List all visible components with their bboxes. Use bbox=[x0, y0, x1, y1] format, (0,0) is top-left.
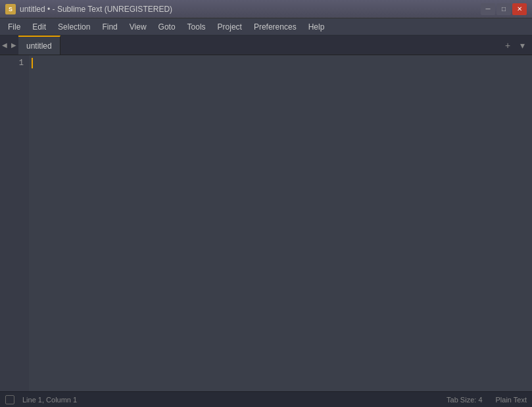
tab-label: untitled bbox=[26, 41, 52, 51]
tab-dropdown-button[interactable]: ▾ bbox=[516, 39, 528, 51]
status-tab-size[interactable]: Tab Size: 4 bbox=[447, 396, 482, 404]
tab-right-controls: + ▾ bbox=[502, 36, 532, 55]
editor-container: 1 bbox=[0, 55, 532, 391]
status-right: Tab Size: 4 Plain Text bbox=[447, 396, 527, 404]
title-bar: S untitled • - Sublime Text (UNREGISTERE… bbox=[0, 0, 532, 18]
cursor-line bbox=[32, 57, 532, 70]
maximize-button[interactable]: □ bbox=[496, 3, 511, 15]
tab-bar: ◀ ▶ untitled + ▾ bbox=[0, 36, 532, 55]
menu-find[interactable]: Find bbox=[97, 20, 122, 34]
status-icon bbox=[5, 395, 14, 404]
menu-file[interactable]: File bbox=[3, 20, 26, 34]
menu-help[interactable]: Help bbox=[303, 20, 330, 34]
close-button[interactable]: ✕ bbox=[512, 3, 527, 15]
minimize-button[interactable]: ─ bbox=[481, 3, 495, 15]
menu-bar: File Edit Selection Find View Goto Tools… bbox=[0, 18, 532, 36]
add-tab-button[interactable]: + bbox=[502, 39, 514, 51]
gutter: 1 bbox=[0, 55, 29, 391]
menu-view[interactable]: View bbox=[124, 20, 152, 34]
menu-selection[interactable]: Selection bbox=[53, 20, 95, 34]
menu-project[interactable]: Project bbox=[212, 20, 247, 34]
status-position: Line 1, Column 1 bbox=[22, 396, 77, 404]
menu-goto[interactable]: Goto bbox=[153, 20, 181, 34]
menu-preferences[interactable]: Preferences bbox=[249, 20, 302, 34]
text-cursor bbox=[32, 58, 33, 68]
tab-nav-right[interactable]: ▶ bbox=[9, 36, 18, 55]
menu-tools[interactable]: Tools bbox=[182, 20, 211, 34]
window-controls: ─ □ ✕ bbox=[481, 3, 527, 15]
status-bar: Line 1, Column 1 Tab Size: 4 Plain Text bbox=[0, 391, 532, 407]
tab-nav-left[interactable]: ◀ bbox=[0, 36, 9, 55]
line-number-1: 1 bbox=[19, 57, 24, 70]
title-left: S untitled • - Sublime Text (UNREGISTERE… bbox=[5, 4, 172, 14]
editor-content[interactable] bbox=[29, 55, 532, 391]
title-text: untitled • - Sublime Text (UNREGISTERED) bbox=[20, 5, 172, 14]
menu-edit[interactable]: Edit bbox=[27, 20, 51, 34]
active-tab[interactable]: untitled bbox=[18, 36, 60, 55]
status-syntax[interactable]: Plain Text bbox=[496, 396, 527, 404]
app-icon: S bbox=[5, 4, 16, 14]
